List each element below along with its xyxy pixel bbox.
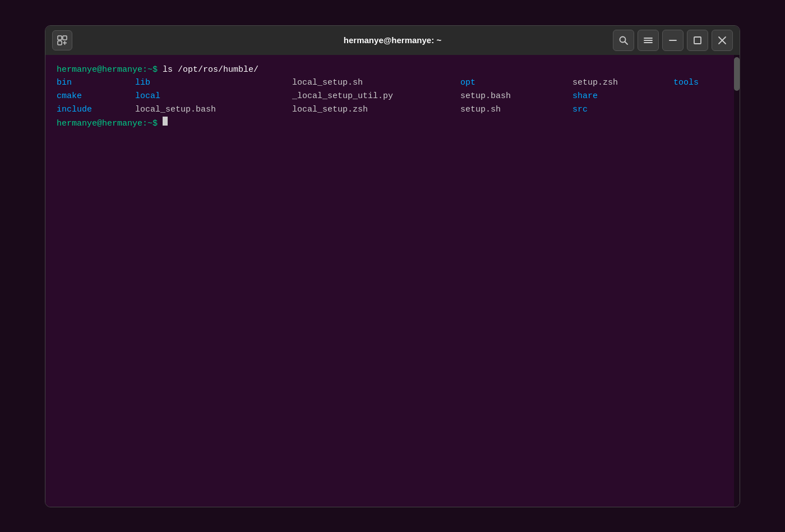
svg-line-6 — [625, 41, 628, 44]
prompt-2: hermanye@hermanye:~$ — [57, 118, 163, 131]
command-1: ls /opt/ros/humble/ — [163, 64, 258, 77]
window-title: hermanye@hermanye: ~ — [344, 35, 441, 45]
cell-share: share — [572, 90, 598, 103]
scrollbar-thumb[interactable] — [734, 57, 740, 91]
cell-include: include — [57, 103, 135, 117]
terminal-body[interactable]: hermanye@hermanye:~$ ls /opt/ros/humble/… — [45, 55, 740, 507]
cell-setup-sh: setup.sh — [460, 103, 572, 117]
menu-button[interactable] — [638, 30, 659, 51]
svg-rect-0 — [58, 36, 62, 40]
scrollbar[interactable] — [734, 55, 740, 507]
cell-local: local — [135, 90, 292, 103]
cell-bin: bin — [57, 76, 135, 90]
output-row-1: bin lib local_setup.sh opt setup.zsh too… — [57, 76, 728, 90]
titlebar-controls — [613, 30, 733, 51]
svg-rect-1 — [63, 36, 67, 40]
titlebar-left — [52, 30, 72, 50]
svg-rect-11 — [694, 37, 701, 44]
cell-opt: opt — [460, 76, 572, 90]
command-line-1: hermanye@hermanye:~$ ls /opt/ros/humble/ — [57, 64, 728, 77]
cell-cmake: cmake — [57, 90, 135, 103]
cell-local-setup-sh: local_setup.sh — [292, 76, 460, 90]
maximize-button[interactable] — [687, 30, 708, 51]
cell-local-setup-util: _local_setup_util.py — [292, 90, 460, 103]
cursor — [163, 117, 168, 126]
search-button[interactable] — [613, 30, 634, 51]
cell-local-setup-zsh: local_setup.zsh — [292, 103, 460, 117]
new-tab-button[interactable] — [52, 30, 72, 50]
cell-setup-bash: setup.bash — [460, 90, 572, 103]
terminal-window: hermanye@hermanye: ~ — [45, 25, 740, 507]
cell-lib: lib — [135, 76, 292, 90]
cell-setup-zsh: setup.zsh — [572, 76, 673, 90]
output-row-3: include local_setup.bash local_setup.zsh… — [57, 103, 728, 117]
cell-local-setup-bash: local_setup.bash — [135, 103, 292, 117]
cell-tools: tools — [673, 76, 699, 90]
command-line-2: hermanye@hermanye:~$ — [57, 117, 728, 131]
minimize-button[interactable] — [662, 30, 684, 51]
titlebar: hermanye@hermanye: ~ — [45, 26, 740, 55]
prompt-1: hermanye@hermanye:~$ — [57, 64, 163, 77]
output-row-2: cmake local _local_setup_util.py setup.b… — [57, 90, 728, 103]
svg-rect-2 — [58, 41, 62, 45]
cell-src: src — [572, 103, 588, 117]
close-button[interactable] — [712, 30, 733, 51]
